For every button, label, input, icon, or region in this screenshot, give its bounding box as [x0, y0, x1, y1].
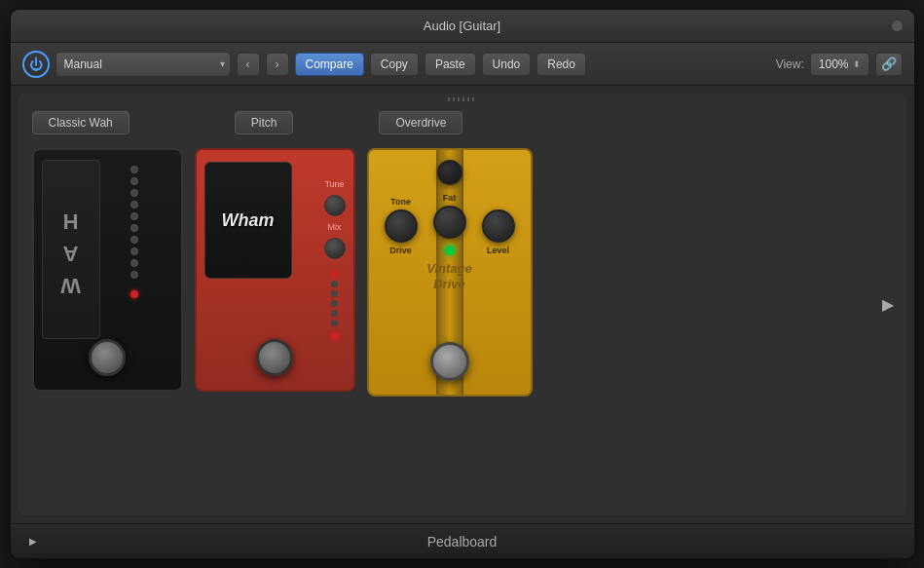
wah-pedal: WAH: [32, 148, 183, 392]
scroll-right-icon: ▶: [882, 295, 894, 314]
wah-dot-5: [130, 212, 138, 220]
view-label: View:: [776, 57, 804, 71]
window-title: Audio [Guitar]: [424, 19, 501, 33]
play-button[interactable]: ▶: [22, 531, 44, 552]
pedal-labels-row: Classic Wah Pitch Overdrive: [18, 105, 906, 138]
wah-body: WAH: [42, 160, 173, 339]
pitch-led-5: [331, 310, 338, 317]
od-tone-label: Tone: [390, 197, 411, 207]
od-drive-label: Drive: [389, 246, 412, 255]
od-drive-group: Tone Drive: [385, 197, 418, 255]
wah-dot-1: [130, 166, 138, 173]
nav-forward-button[interactable]: ›: [266, 53, 289, 76]
undo-button[interactable]: Undo: [482, 53, 532, 76]
wah-footswitch[interactable]: [89, 339, 126, 376]
wah-dot-10: [130, 271, 138, 279]
scroll-right-button[interactable]: ▶: [877, 294, 899, 316]
pitch-footswitch[interactable]: [256, 339, 293, 376]
view-percentage[interactable]: 100% ⬍: [810, 53, 869, 76]
pitch-right-panel: Tune Mix: [324, 179, 346, 340]
pitch-label-button[interactable]: Pitch: [235, 111, 294, 134]
od-level-label: Level: [487, 246, 509, 255]
bottom-bar: ▶ Pedalboard: [11, 523, 914, 558]
preset-dropdown-wrapper: Manual ▾: [55, 52, 231, 77]
od-fat-group: Fat: [433, 193, 466, 255]
wah-dot-9: [130, 259, 138, 267]
pitch-power-led: [331, 332, 339, 340]
pitch-led-4: [331, 300, 338, 307]
preset-dropdown[interactable]: Manual: [55, 52, 231, 77]
resize-handle[interactable]: [18, 94, 906, 105]
overdrive-label-button[interactable]: Overdrive: [379, 111, 462, 134]
resize-dots: [448, 97, 477, 101]
toolbar: ⏻ Manual ▾ ‹ › Compare Copy Paste Undo R…: [11, 43, 914, 86]
paste-button[interactable]: Paste: [425, 53, 476, 76]
od-footswitch[interactable]: [430, 342, 469, 381]
link-button[interactable]: 🔗: [875, 53, 903, 76]
pitch-led-1: [331, 271, 338, 278]
link-icon: 🔗: [881, 57, 897, 71]
od-led: [445, 246, 455, 255]
od-top-area: [377, 160, 523, 185]
title-bar: Audio [Guitar]: [11, 10, 914, 43]
wah-dot-3: [130, 189, 138, 197]
od-top-knob[interactable]: [437, 160, 462, 185]
wah-label-button[interactable]: Classic Wah: [32, 111, 129, 134]
od-tone-knob[interactable]: [385, 209, 418, 243]
wah-dots-panel: [100, 160, 168, 339]
od-fat-knob[interactable]: [433, 206, 466, 239]
pitch-leds: [331, 271, 338, 326]
wah-text: WAH: [58, 202, 84, 298]
pitch-led-2: [331, 281, 338, 287]
main-window: Audio [Guitar] ⏻ Manual ▾ ‹ › Compare Co…: [10, 9, 915, 559]
pitch-mix-knob[interactable]: [324, 238, 346, 259]
pitch-tune-knob[interactable]: [324, 195, 346, 216]
pitch-led-3: [331, 290, 338, 297]
wah-dot-8: [130, 247, 138, 255]
window-dot: [892, 20, 903, 31]
wah-dot-7: [130, 236, 138, 244]
pitch-brand-text: Wham: [222, 210, 275, 231]
wah-dot-6: [130, 224, 138, 232]
pitch-treadle: Wham: [204, 162, 292, 279]
pitch-mix-label: Mix: [328, 222, 342, 232]
pedals-container: WAH: [18, 138, 906, 515]
copy-button[interactable]: Copy: [370, 53, 419, 76]
od-knobs-row: Tone Drive Fat Level: [377, 193, 523, 255]
overdrive-pedal: Tone Drive Fat Level: [367, 148, 533, 397]
nav-back-button[interactable]: ‹: [237, 53, 260, 76]
power-button[interactable]: ⏻: [22, 51, 50, 78]
od-level-knob[interactable]: [482, 209, 515, 243]
play-icon: ▶: [29, 536, 37, 547]
pedalboard-area: Classic Wah Pitch Overdrive WAH: [18, 94, 906, 515]
wah-dot-4: [130, 201, 138, 208]
pitch-led-6: [331, 320, 338, 326]
view-stepper-icon: ⬍: [853, 59, 861, 69]
pitch-pedal: Wham Tune Mix: [195, 148, 355, 392]
od-brand: Vintage Drive: [426, 261, 471, 291]
redo-button[interactable]: Redo: [536, 53, 586, 76]
pedalboard-title: Pedalboard: [427, 534, 498, 549]
compare-button[interactable]: Compare: [295, 53, 364, 76]
od-fat-label: Fat: [443, 193, 457, 203]
wah-dot-2: [130, 177, 138, 185]
pitch-body: Wham Tune Mix: [204, 158, 346, 339]
main-area: Classic Wah Pitch Overdrive WAH: [11, 86, 914, 523]
pitch-tune-label: Tune: [324, 179, 344, 189]
wah-treadle: WAH: [42, 160, 100, 339]
od-level-group: Level: [482, 207, 515, 255]
wah-led: [130, 290, 138, 298]
